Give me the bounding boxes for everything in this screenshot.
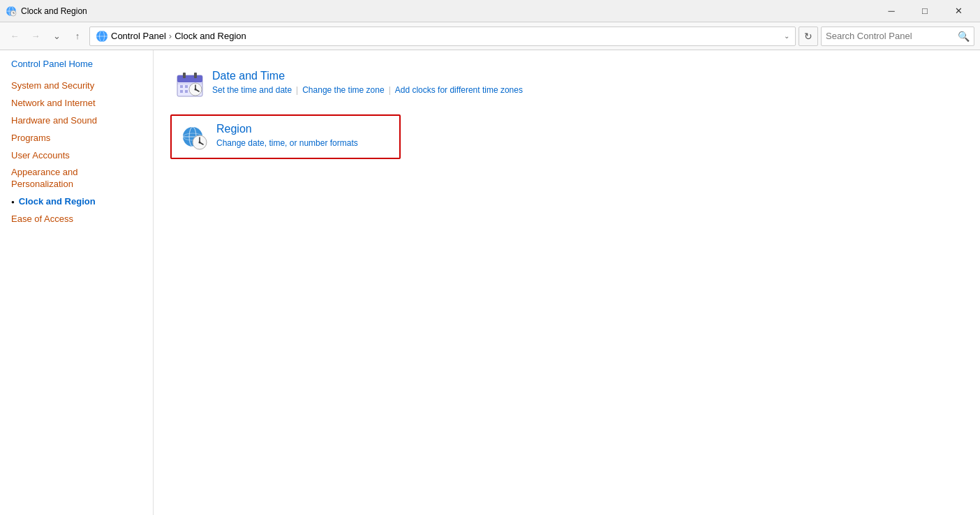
- sidebar-item-hardware-sound[interactable]: Hardware and Sound: [11, 112, 142, 130]
- sidebar-link-hardware-sound[interactable]: Hardware and Sound: [11, 115, 97, 127]
- sidebar-link-system-security[interactable]: System and Security: [11, 80, 94, 92]
- maximize-button[interactable]: □: [909, 0, 941, 22]
- region-info: Region Change date, time, or number form…: [216, 123, 358, 148]
- svg-point-31: [199, 142, 201, 144]
- main-layout: Control Panel Home System and Security N…: [0, 50, 980, 515]
- sidebar-link-ease-access[interactable]: Ease of Access: [11, 214, 73, 225]
- svg-rect-12: [194, 73, 197, 78]
- set-time-link[interactable]: Set the time and date: [212, 85, 292, 95]
- back-button[interactable]: ←: [6, 27, 24, 45]
- svg-rect-11: [183, 73, 186, 78]
- breadcrumb-control-panel[interactable]: Control Panel: [111, 31, 166, 41]
- svg-rect-14: [180, 85, 183, 88]
- up-button[interactable]: ↑: [68, 27, 87, 45]
- change-timezone-link[interactable]: Change the time zone: [302, 85, 384, 95]
- sidebar-link-programs[interactable]: Programs: [11, 133, 50, 144]
- refresh-button[interactable]: ↻: [799, 27, 818, 46]
- title-bar-controls: ─ □ ✕: [875, 0, 974, 22]
- sep-2: |: [389, 85, 391, 95]
- sidebar-item-appearance[interactable]: Appearance andPersonalization: [11, 164, 142, 193]
- forward-button[interactable]: →: [27, 27, 45, 45]
- region-subtitle[interactable]: Change date, time, or number formats: [216, 138, 358, 148]
- breadcrumb-clock-region[interactable]: Clock and Region: [175, 31, 246, 41]
- region-icon: [180, 123, 208, 151]
- breadcrumb-sep-1: ›: [169, 31, 172, 41]
- region-title[interactable]: Region: [216, 123, 358, 135]
- svg-rect-18: [180, 90, 183, 93]
- sidebar-home-link[interactable]: Control Panel Home: [11, 59, 142, 69]
- region-item[interactable]: Region Change date, time, or number form…: [170, 114, 401, 159]
- sidebar-active-bullet: ●: [11, 199, 15, 205]
- sidebar-item-ease-access[interactable]: Ease of Access: [11, 211, 142, 228]
- sidebar-item-clock-region[interactable]: ● Clock and Region: [11, 193, 142, 211]
- add-clocks-link[interactable]: Add clocks for different time zones: [395, 85, 523, 95]
- svg-rect-10: [177, 75, 202, 82]
- breadcrumb-dropdown-icon[interactable]: ⌄: [784, 32, 789, 40]
- sidebar-item-network-internet[interactable]: Network and Internet: [11, 95, 142, 112]
- sep-1: |: [296, 85, 298, 95]
- content-area: Date and Time Set the time and date | Ch…: [154, 50, 980, 515]
- address-bar: ← → ⌄ ↑ Control Panel › Clock and Region…: [0, 22, 980, 50]
- sidebar-link-clock-region[interactable]: Clock and Region: [19, 196, 96, 208]
- svg-rect-15: [185, 85, 188, 88]
- breadcrumb-globe-icon: [96, 30, 108, 43]
- sidebar: Control Panel Home System and Security N…: [0, 50, 154, 515]
- date-time-section: Date and Time Set the time and date | Ch…: [170, 64, 963, 159]
- date-time-item: Date and Time Set the time and date | Ch…: [170, 64, 963, 103]
- date-time-info: Date and Time Set the time and date | Ch…: [212, 70, 523, 95]
- sidebar-item-programs[interactable]: Programs: [11, 130, 142, 147]
- search-icon[interactable]: 🔍: [958, 31, 970, 42]
- date-time-icon: [176, 70, 204, 98]
- search-input[interactable]: [826, 31, 955, 41]
- dropdown-button[interactable]: ⌄: [47, 27, 66, 45]
- breadcrumb-bar[interactable]: Control Panel › Clock and Region ⌄: [89, 27, 796, 46]
- sidebar-link-user-accounts[interactable]: User Accounts: [11, 150, 70, 162]
- sidebar-item-user-accounts[interactable]: User Accounts: [11, 147, 142, 165]
- sidebar-link-network-internet[interactable]: Network and Internet: [11, 98, 96, 110]
- title-bar-left: Clock and Region: [6, 6, 87, 17]
- title-bar-title: Clock and Region: [21, 6, 87, 16]
- sidebar-item-system-security[interactable]: System and Security: [11, 77, 142, 95]
- search-box[interactable]: 🔍: [821, 27, 974, 46]
- svg-point-23: [195, 89, 197, 91]
- sidebar-link-appearance[interactable]: Appearance andPersonalization: [11, 167, 77, 191]
- title-bar: Clock and Region ─ □ ✕: [0, 0, 980, 22]
- svg-rect-19: [185, 90, 188, 93]
- title-bar-app-icon: [6, 6, 17, 17]
- breadcrumb-text: Control Panel › Clock and Region: [111, 31, 246, 41]
- close-button[interactable]: ✕: [942, 0, 974, 22]
- date-time-links: Set the time and date | Change the time …: [212, 85, 523, 95]
- minimize-button[interactable]: ─: [875, 0, 907, 22]
- date-time-title[interactable]: Date and Time: [212, 70, 523, 82]
- sidebar-nav: System and Security Network and Internet…: [11, 77, 142, 228]
